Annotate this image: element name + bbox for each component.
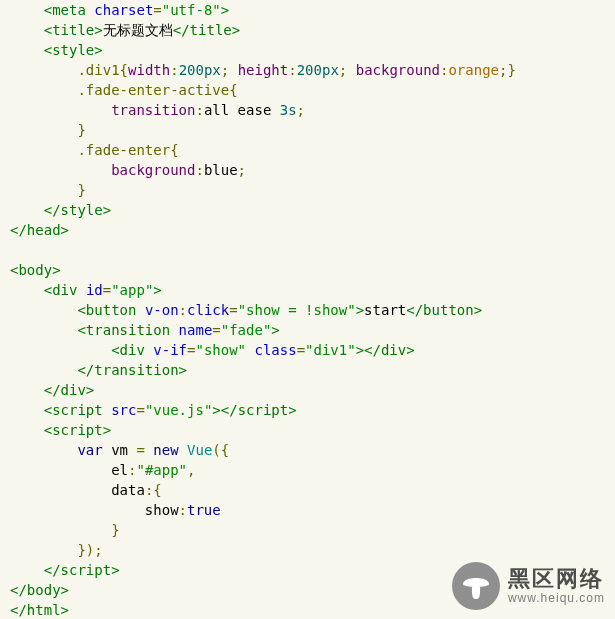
attr: v-if — [153, 342, 187, 358]
bool: true — [187, 502, 221, 518]
val: "utf-8" — [162, 2, 221, 18]
text: start — [364, 302, 406, 318]
mushroom-icon — [452, 562, 500, 610]
selector: .fade-enter-active — [77, 82, 229, 98]
val: blue — [204, 162, 238, 178]
tag: </head> — [10, 222, 69, 238]
watermark-text: 黑区网络 www.heiqu.com — [508, 568, 605, 604]
punct: = — [297, 342, 305, 358]
tag: <transition — [77, 322, 170, 338]
watermark-en: www.heiqu.com — [508, 592, 605, 604]
punct: : — [179, 302, 187, 318]
punct: , — [187, 462, 195, 478]
punct: { — [153, 482, 161, 498]
attr: v-on — [145, 302, 179, 318]
ident: show — [145, 502, 179, 518]
punct: = — [153, 2, 161, 18]
prop: background — [111, 162, 195, 178]
colon: : — [195, 102, 203, 118]
prop: width — [128, 62, 170, 78]
tag: <div — [111, 342, 145, 358]
val: all ease — [204, 102, 280, 118]
prop: transition — [111, 102, 195, 118]
colon: : — [288, 62, 296, 78]
fn: Vue — [179, 442, 213, 458]
attr: id — [86, 282, 103, 298]
punct: = — [212, 322, 220, 338]
ident: data — [111, 482, 145, 498]
attr: charset — [94, 2, 153, 18]
tag: > — [271, 322, 279, 338]
tag: <title> — [44, 22, 103, 38]
attr: click — [187, 302, 229, 318]
tag: </script> — [44, 562, 120, 578]
tag: </script> — [221, 402, 297, 418]
val: "vue.js" — [145, 402, 212, 418]
attr: src — [111, 402, 136, 418]
attr: name — [179, 322, 213, 338]
num: 200px — [179, 62, 221, 78]
semi: ; — [339, 62, 347, 78]
tag: <meta — [44, 2, 86, 18]
tag: </div> — [44, 382, 95, 398]
prop: height — [238, 62, 289, 78]
val: "show" — [195, 342, 246, 358]
brace: { — [170, 142, 178, 158]
kw: var — [77, 442, 102, 458]
code-block: <meta charset="utf-8"> <title>无标题文档</tit… — [0, 0, 615, 619]
colon: : — [195, 162, 203, 178]
brace: } — [507, 62, 515, 78]
ident: el — [111, 462, 128, 478]
watermark-cn: 黑区网络 — [508, 568, 605, 590]
punct: = — [229, 302, 237, 318]
selector: .div1 — [77, 62, 119, 78]
watermark: 黑区网络 www.heiqu.com — [452, 562, 605, 610]
tag: <script> — [44, 422, 111, 438]
semi: ; — [221, 62, 229, 78]
selector: .fade-enter — [77, 142, 170, 158]
op: : — [179, 502, 187, 518]
tag: <script — [44, 402, 103, 418]
attr: class — [254, 342, 296, 358]
punct: }); — [77, 542, 102, 558]
tag: <style> — [44, 42, 103, 58]
colon: : — [170, 62, 178, 78]
num: 3s — [280, 102, 297, 118]
tag: </title> — [173, 22, 240, 38]
tag: </html> — [10, 602, 69, 618]
brace: } — [77, 122, 85, 138]
text: 无标题文档 — [103, 22, 173, 38]
tag: </button> — [406, 302, 482, 318]
semi: ; — [238, 162, 246, 178]
punct: = — [136, 402, 144, 418]
tag: <button — [77, 302, 136, 318]
num: 200px — [297, 62, 339, 78]
val: "fade" — [221, 322, 272, 338]
punct: = — [103, 282, 111, 298]
tag: </body> — [10, 582, 69, 598]
val: "app" — [111, 282, 153, 298]
brace: } — [77, 182, 85, 198]
kw: new — [145, 442, 179, 458]
tag: <body> — [10, 262, 61, 278]
brace: { — [120, 62, 128, 78]
semi: ; — [297, 102, 305, 118]
tag: </transition> — [77, 362, 187, 378]
tag: > — [153, 282, 161, 298]
brace: { — [229, 82, 237, 98]
val: "div1" — [305, 342, 356, 358]
str: "#app" — [136, 462, 187, 478]
val: "show = !show" — [238, 302, 356, 318]
tag: > — [356, 302, 364, 318]
val: orange — [448, 62, 499, 78]
tag: > — [212, 402, 220, 418]
tag: ></div> — [356, 342, 415, 358]
tag: </style> — [44, 202, 111, 218]
prop: background — [356, 62, 440, 78]
tag: <div — [44, 282, 78, 298]
ident: vm — [103, 442, 137, 458]
punct: } — [111, 522, 119, 538]
punct: ({ — [212, 442, 229, 458]
tag: > — [221, 2, 229, 18]
op: = — [136, 442, 144, 458]
